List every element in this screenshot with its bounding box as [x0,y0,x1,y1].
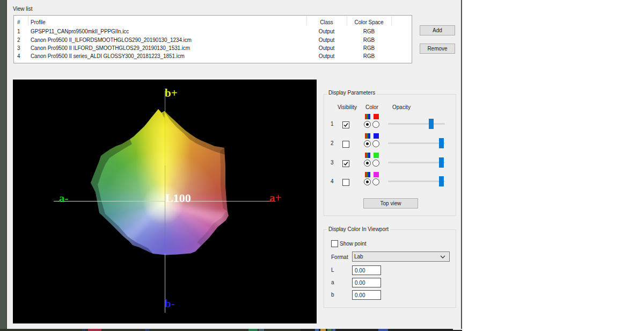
svg-text:b+: b+ [165,87,178,99]
svg-text:a-: a- [59,192,69,205]
svg-text:b-: b- [165,297,175,310]
svg-text:a+: a+ [269,191,281,204]
svg-text:L100: L100 [165,191,191,205]
